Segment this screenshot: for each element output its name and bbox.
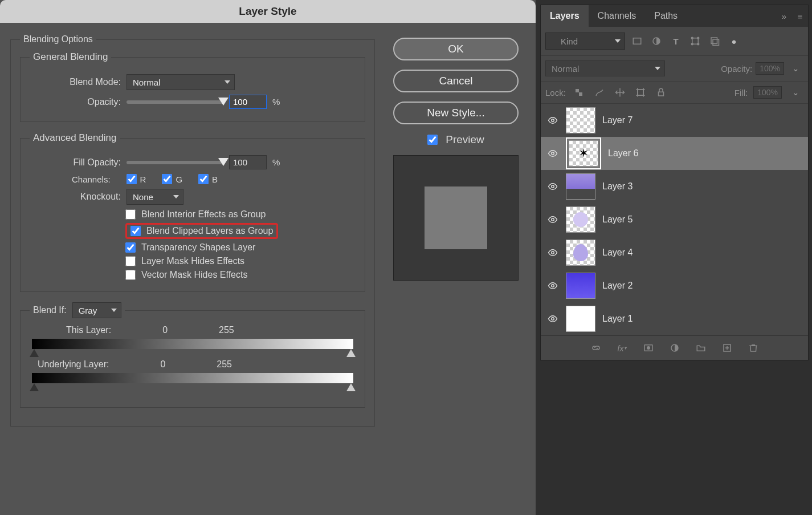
- tab-channels[interactable]: Channels: [589, 5, 646, 27]
- opacity-slider[interactable]: [127, 100, 223, 104]
- fill-opacity-input[interactable]: [229, 155, 267, 169]
- ok-button[interactable]: OK: [393, 38, 519, 60]
- layer-opacity-value[interactable]: 100%: [756, 62, 784, 75]
- layer-thumbnail[interactable]: ✶: [569, 140, 598, 167]
- channel-g-checkbox[interactable]: [162, 174, 172, 184]
- tab-paths[interactable]: Paths: [645, 5, 687, 27]
- svg-point-25: [552, 318, 554, 321]
- preview-checkbox[interactable]: [427, 135, 438, 145]
- layer-thumbnail[interactable]: [566, 206, 595, 233]
- general-blending-group: General Blending Blend Mode: Normal Opac…: [20, 51, 365, 122]
- tab-layers[interactable]: Layers: [541, 5, 589, 27]
- visibility-icon[interactable]: [546, 180, 559, 193]
- layer-mask-icon[interactable]: [642, 342, 655, 354]
- fill-dropdown-icon[interactable]: ⌄: [790, 87, 801, 98]
- dialog-title: Layer Style: [0, 0, 536, 23]
- panel-menu-icon[interactable]: ≡: [794, 10, 806, 22]
- this-layer-high: 255: [219, 325, 234, 335]
- svg-point-7: [691, 43, 693, 45]
- under-white-handle[interactable]: [346, 383, 356, 391]
- this-layer-slider[interactable]: [32, 339, 353, 349]
- filter-pixel-icon[interactable]: [630, 35, 644, 47]
- layer-name: Layer 5: [602, 214, 633, 225]
- visibility-icon[interactable]: [546, 246, 559, 259]
- layers-panel-footer: fx▾: [541, 335, 808, 360]
- this-layer-black-handle[interactable]: [30, 349, 39, 357]
- filter-toggle-icon[interactable]: ●: [727, 35, 741, 47]
- layer-thumbnail[interactable]: [566, 273, 595, 299]
- channels-label: Channels:: [72, 175, 111, 184]
- lock-all-icon[interactable]: [654, 86, 668, 99]
- layer-item[interactable]: ✶ Layer 6: [541, 137, 808, 170]
- lock-artboard-icon[interactable]: [633, 86, 648, 99]
- layer-item[interactable]: Layer 7: [541, 104, 808, 137]
- filter-smart-icon[interactable]: [707, 35, 722, 47]
- lock-transparent-icon[interactable]: [572, 86, 586, 99]
- filter-type-icon[interactable]: T: [668, 35, 683, 47]
- group-icon[interactable]: [694, 342, 708, 354]
- svg-point-5: [691, 37, 693, 39]
- visibility-icon[interactable]: [546, 114, 559, 127]
- opacity-dropdown-icon[interactable]: ⌄: [790, 63, 801, 74]
- visibility-icon[interactable]: [546, 279, 559, 292]
- layer-name: Layer 7: [602, 115, 633, 125]
- lock-image-icon[interactable]: [592, 86, 607, 99]
- new-style-button[interactable]: New Style...: [393, 102, 519, 124]
- blend-clipped-checkbox[interactable]: [130, 226, 141, 236]
- knockout-select[interactable]: None: [127, 189, 183, 205]
- layers-list: Layer 7 ✶ Layer 6 Layer 3 Layer 5: [541, 104, 808, 335]
- blend-mode-select[interactable]: Normal: [127, 74, 235, 90]
- general-blending-label: General Blending: [30, 51, 111, 63]
- kind-filter-select[interactable]: Kind: [545, 33, 625, 50]
- blend-interior-checkbox[interactable]: [125, 209, 136, 220]
- blend-if-select[interactable]: Gray: [72, 302, 121, 318]
- visibility-icon[interactable]: [546, 313, 559, 325]
- channel-b-checkbox[interactable]: [198, 174, 209, 184]
- layer-name: Layer 4: [602, 248, 633, 258]
- visibility-icon[interactable]: [546, 213, 559, 226]
- preview-swatch: [425, 186, 487, 249]
- layer-blend-mode-select[interactable]: Normal: [545, 60, 665, 76]
- fill-value[interactable]: 100%: [753, 86, 782, 99]
- layer-item[interactable]: Layer 1: [541, 302, 808, 335]
- fill-opacity-slider[interactable]: [127, 161, 223, 164]
- this-layer-white-handle[interactable]: [346, 349, 356, 357]
- underlying-layer-slider[interactable]: [32, 373, 353, 383]
- layer-thumbnail[interactable]: [566, 173, 595, 200]
- lock-position-icon[interactable]: [613, 86, 627, 99]
- under-black-handle[interactable]: [30, 383, 39, 391]
- panel-expand-icon[interactable]: »: [778, 10, 790, 22]
- blend-mode-label: Blend Mode:: [30, 77, 121, 87]
- this-layer-label: This Layer:: [66, 325, 111, 335]
- opacity-input[interactable]: [229, 95, 267, 109]
- channel-r-checkbox[interactable]: [127, 174, 137, 184]
- layer-name: Layer 6: [608, 148, 638, 159]
- layer-mask-hides-checkbox[interactable]: [125, 256, 136, 266]
- layer-item[interactable]: Layer 2: [541, 269, 808, 302]
- layer-item[interactable]: Layer 3: [541, 170, 808, 203]
- layer-item[interactable]: Layer 4: [541, 236, 808, 269]
- filter-adjustment-icon[interactable]: [649, 35, 664, 47]
- link-layers-icon[interactable]: [589, 342, 603, 354]
- adjustment-layer-icon[interactable]: [668, 342, 682, 354]
- layer-thumbnail[interactable]: [566, 306, 595, 332]
- delete-layer-icon[interactable]: [746, 342, 760, 354]
- svg-point-27: [647, 346, 650, 350]
- layers-panel: Layers Channels Paths » ≡ Kind T ●: [540, 5, 809, 360]
- layer-thumbnail[interactable]: [566, 240, 595, 266]
- filter-shape-icon[interactable]: [688, 35, 703, 47]
- visibility-icon[interactable]: [546, 147, 559, 160]
- layer-name: Layer 2: [602, 281, 633, 291]
- layer-item[interactable]: Layer 5: [541, 203, 808, 236]
- cancel-button[interactable]: Cancel: [393, 70, 519, 92]
- blend-if-label: Blend If:: [33, 305, 67, 315]
- layer-name: Layer 1: [602, 314, 633, 324]
- layer-name: Layer 3: [602, 181, 633, 192]
- new-layer-icon[interactable]: [720, 342, 734, 354]
- svg-point-8: [697, 43, 699, 45]
- svg-point-23: [552, 252, 554, 254]
- layer-style-icon[interactable]: fx▾: [615, 342, 629, 354]
- layer-thumbnail[interactable]: [566, 107, 595, 133]
- vector-mask-hides-checkbox[interactable]: [125, 270, 136, 280]
- transparency-shapes-checkbox[interactable]: [125, 242, 136, 253]
